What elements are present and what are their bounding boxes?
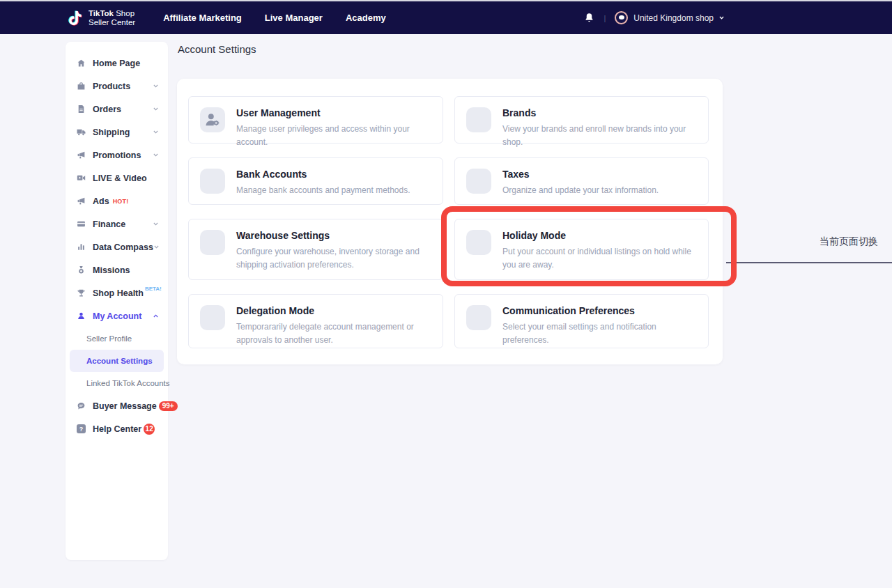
shop-health-icon [77,288,86,297]
chevron-down-icon [153,244,160,250]
sidebar-item-shop-health[interactable]: Shop Health BETA! [66,281,168,304]
help-count-badge: 12 [144,424,155,435]
brand[interactable]: TikTok Shop Seller Center [67,8,135,28]
help-center-icon: ? [77,424,86,433]
sidebar-item-help-center[interactable]: ? Help Center 12 [66,417,168,440]
card-taxes[interactable]: Taxes Organize and update your tax infor… [454,157,709,205]
chevron-down-icon [153,83,159,89]
orders-icon [77,105,86,114]
hot-badge: HOT! [113,198,129,205]
card-brands[interactable]: Brands View your brands and enroll new b… [454,96,709,144]
nav-link-academy[interactable]: Academy [346,13,386,23]
sidebar-item-ads[interactable]: Ads HOT! [66,189,168,212]
ads-icon [77,196,86,206]
chevron-up-icon [153,313,159,319]
shipping-icon [77,127,86,137]
chevron-down-icon [153,129,159,135]
nav-right: | United Kingdom shop [584,11,725,24]
shop-avatar[interactable] [615,11,628,24]
nav-link-affiliate-marketing[interactable]: Affiliate Marketing [163,13,242,23]
page-title: Account Settings [178,43,256,55]
home-icon [77,59,86,68]
my-account-icon [77,311,86,320]
user-management-icon [200,107,225,132]
card-holiday-mode[interactable]: Holiday Mode Put your account or individ… [454,219,709,280]
sidebar-item-home-page[interactable]: Home Page [66,52,168,75]
sidebar-subitem-account-settings[interactable]: Account Settings [70,350,164,372]
sidebar-item-finance[interactable]: Finance [66,212,168,235]
warehouse-settings-icon-placeholder [200,230,225,255]
settings-panel: User Management Manage user privileges a… [177,79,723,364]
holiday-mode-icon-placeholder [466,230,491,255]
nav-links: Affiliate Marketing Live Manager Academy [163,13,386,23]
callout-line [726,262,892,263]
sidebar-item-live-video[interactable]: LIVE & Video [66,167,168,189]
beta-badge: BETA! [145,286,160,291]
sidebar-subitem-linked-tiktok-accounts[interactable]: Linked TikTok Accounts [70,372,164,394]
sidebar-item-shipping[interactable]: Shipping [66,121,168,144]
card-user-management[interactable]: User Management Manage user privileges a… [188,96,443,144]
delegation-mode-icon-placeholder [200,305,225,330]
callout-label: 当前页面切换 [820,235,878,248]
sidebar-item-orders[interactable]: Orders [66,98,168,121]
tiktok-logo-icon [67,8,84,28]
card-bank-accounts[interactable]: Bank Accounts Manage bank accounts and p… [188,157,443,205]
data-compass-icon [77,242,86,252]
brands-icon-placeholder [466,107,491,132]
promotions-icon [77,150,86,160]
bank-accounts-icon-placeholder [200,169,225,194]
shop-selector-label[interactable]: United Kingdom shop [633,13,714,23]
sidebar: Home Page Products Orders Shipping Pr [66,42,168,560]
bell-icon[interactable] [584,13,594,23]
nav-divider: | [603,14,606,22]
chevron-down-icon [153,152,159,158]
sidebar-item-data-compass[interactable]: Data Compass [66,235,168,258]
sidebar-item-my-account[interactable]: My Account [66,304,168,327]
sidebar-subitem-seller-profile[interactable]: Seller Profile [70,327,164,350]
message-count-badge: 99+ [159,401,178,411]
finance-icon [77,219,86,229]
missions-icon [77,265,86,274]
live-video-icon [77,173,86,183]
chevron-down-icon [153,106,159,112]
chevron-down-icon [153,221,159,227]
buyer-message-icon [77,401,86,410]
communication-preferences-icon-placeholder [466,305,491,330]
sidebar-item-buyer-message[interactable]: Buyer Message 99+ [66,394,168,417]
top-navbar: TikTok Shop Seller Center Affiliate Mark… [0,1,892,34]
sidebar-item-products[interactable]: Products [66,75,168,98]
card-delegation-mode[interactable]: Delegation Mode Temporararily delegate a… [188,294,443,348]
nav-link-live-manager[interactable]: Live Manager [265,13,323,23]
sidebar-item-missions[interactable]: Missions [66,258,168,281]
taxes-icon-placeholder [466,169,491,194]
sidebar-item-promotions[interactable]: Promotions [66,144,168,167]
card-communication-preferences[interactable]: Communication Preferences Select your em… [454,294,709,348]
brand-text: TikTok Shop Seller Center [89,9,135,27]
chevron-down-icon[interactable] [718,15,725,21]
card-warehouse-settings[interactable]: Warehouse Settings Configure your wareho… [188,219,443,280]
products-icon [77,82,86,91]
